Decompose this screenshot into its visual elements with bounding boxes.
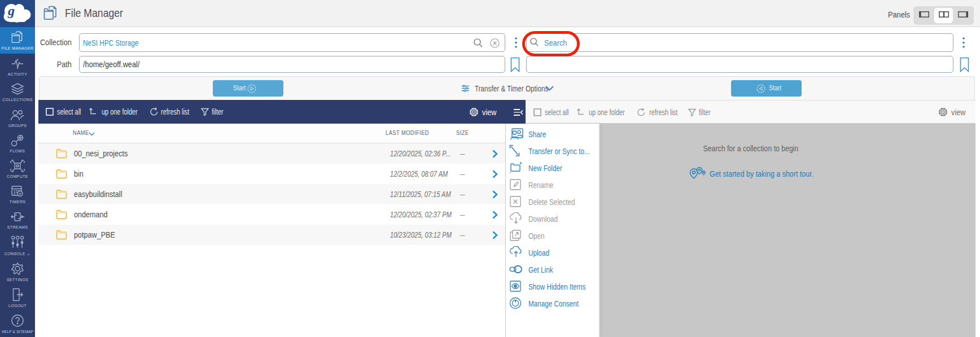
- svg-text:g: g: [7, 3, 15, 18]
